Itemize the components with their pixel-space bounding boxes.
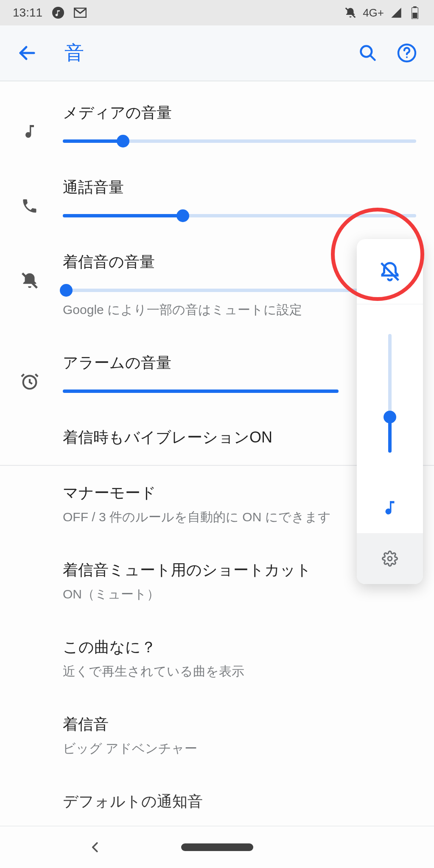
media-volume-slider[interactable] bbox=[63, 139, 416, 143]
media-volume-label: メディアの音量 bbox=[63, 103, 416, 123]
gmail-status-icon bbox=[74, 6, 87, 19]
now-playing-option[interactable]: この曲なに？ 近くで再生されている曲を表示 bbox=[0, 620, 434, 697]
volume-panel bbox=[357, 239, 423, 584]
nav-home-pill[interactable] bbox=[181, 843, 253, 851]
battery-icon bbox=[409, 6, 421, 19]
mute-shortcut-subtitle: ON（ミュート） bbox=[63, 586, 416, 603]
default-notification-option[interactable]: デフォルトの通知音 bbox=[0, 774, 434, 829]
navigation-bar bbox=[0, 826, 434, 868]
status-bar: 13:11 4G+ bbox=[0, 0, 434, 25]
ringtone-title: 着信音 bbox=[63, 714, 416, 735]
svg-point-0 bbox=[52, 7, 64, 19]
phone-icon bbox=[18, 194, 42, 218]
volume-mode-button[interactable] bbox=[357, 239, 423, 304]
default-notification-title: デフォルトの通知音 bbox=[63, 791, 416, 812]
call-volume-row: 通話音量 bbox=[0, 160, 434, 235]
svg-point-14 bbox=[388, 556, 392, 561]
music-note-icon bbox=[18, 120, 42, 143]
app-bar: 音 bbox=[0, 25, 434, 81]
signal-icon bbox=[390, 6, 403, 19]
call-volume-slider[interactable] bbox=[63, 214, 416, 217]
volume-panel-slider[interactable] bbox=[388, 334, 392, 453]
nav-back-button[interactable] bbox=[89, 838, 102, 857]
now-playing-subtitle: 近くで再生されている曲を表示 bbox=[63, 663, 416, 680]
ringtone-option[interactable]: 着信音 ビッグ アドベンチャー bbox=[0, 697, 434, 774]
ringtone-subtitle: ビッグ アドベンチャー bbox=[63, 740, 416, 757]
now-playing-title: この曲なに？ bbox=[63, 637, 416, 658]
alarm-clock-icon bbox=[18, 370, 42, 393]
svg-point-10 bbox=[406, 56, 408, 58]
volume-stream-icon[interactable] bbox=[357, 482, 423, 533]
back-button[interactable] bbox=[15, 41, 39, 65]
music-status-icon bbox=[52, 6, 64, 19]
status-time: 13:11 bbox=[13, 6, 42, 19]
search-button[interactable] bbox=[356, 41, 380, 65]
call-volume-label: 通話音量 bbox=[63, 177, 416, 198]
media-volume-row: メディアの音量 bbox=[0, 86, 434, 160]
dnd-status-icon bbox=[344, 6, 357, 19]
alarm-volume-slider[interactable] bbox=[63, 389, 339, 393]
svg-rect-4 bbox=[413, 6, 417, 8]
help-button[interactable] bbox=[395, 41, 419, 65]
bell-off-icon bbox=[18, 269, 42, 292]
network-label: 4G+ bbox=[363, 6, 384, 19]
volume-settings-button[interactable] bbox=[357, 533, 423, 584]
svg-line-8 bbox=[370, 56, 375, 60]
svg-rect-5 bbox=[412, 13, 417, 18]
page-title: 音 bbox=[64, 40, 84, 66]
